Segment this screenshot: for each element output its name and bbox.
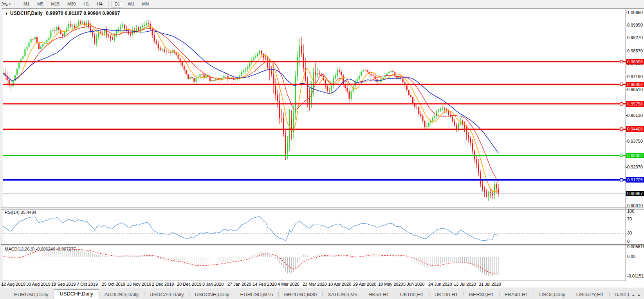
ma-slow-line <box>3 29 498 153</box>
timeframe-button-m30[interactable]: M30 <box>64 1 79 7</box>
y-axis-tick: 0.95130 <box>627 113 643 118</box>
chart-tab-dj30-daily[interactable]: DJ30,Daily <box>609 290 630 299</box>
chart-tab-gbpusd-m30[interactable]: GBPUSD,M30 <box>278 290 322 299</box>
y-axis-tick: 0.98570 <box>627 48 643 53</box>
macd-panel[interactable] <box>3 245 626 281</box>
macd-histogram <box>3 248 498 276</box>
toolbar-separator <box>155 1 155 7</box>
chart-tab-uk100-h1[interactable]: UK100,H1 <box>429 290 464 299</box>
level-price-label: 0.94408 <box>626 126 644 132</box>
chart-tab-xauusd-m5[interactable]: XAUUSD,M5 <box>322 290 363 299</box>
level-price-label: 0.96803 <box>626 82 644 87</box>
time-axis-line <box>3 281 626 281</box>
x-axis-date: 13 Nov 2019 <box>127 282 151 286</box>
macd-signal-line <box>3 249 498 274</box>
chart-tabs: EURUSD,DailyUSDCHF,DailyAUDUSD,DailyUSDC… <box>0 289 630 299</box>
y-axis-tick: 0.97190 <box>627 74 643 79</box>
chart-tab-fra40-h1[interactable]: FRA40,H1 <box>499 290 534 299</box>
chart-tab-usoil-daily[interactable]: USOil,Daily <box>534 290 570 299</box>
level-price-label: 0.91705 <box>626 177 644 183</box>
y-axis-tick: 0.92370 <box>627 165 643 169</box>
chart-symbol-title: USDCHF,Daily <box>10 11 43 16</box>
timeframe-button-mn[interactable]: MN <box>139 1 152 7</box>
y-axis-tick: 0.93750 <box>627 139 643 143</box>
y-axis-tick: 1.00650 <box>627 10 643 15</box>
chart-tab-eurusd-m15[interactable]: EURUSD,M15 <box>235 290 279 299</box>
price-axis-line <box>626 9 626 281</box>
level-price-label: 0.98008 <box>626 59 644 64</box>
toolbar-separator <box>108 1 109 7</box>
x-axis-date: 24 Jun 2020 <box>428 282 452 286</box>
x-axis-date: 29 Apr 2020 <box>353 282 376 286</box>
timeframe-button-m5[interactable]: M5 <box>34 1 46 7</box>
level-handle-0.98008[interactable] <box>620 60 623 63</box>
macd-axis-tick: -0.011514 <box>627 274 644 278</box>
panel-splitter-rsi[interactable] <box>1 208 644 209</box>
chart-tab-ger30-h1[interactable]: GER30,H1 <box>464 290 499 299</box>
price-chart-panel[interactable] <box>3 10 626 208</box>
rsi-label: RSI(14) 35.4484 <box>5 210 36 215</box>
chart-tab-audusd-daily[interactable]: AUDUSD,Daily <box>99 290 144 299</box>
timeframe-button-h1[interactable]: H1 <box>80 1 92 7</box>
chart-tab-usdchf-daily[interactable]: USDCHF,Daily <box>54 289 99 299</box>
chart-ohlc-values: 0.90970 0.91107 0.90904 0.90967 <box>46 11 120 16</box>
tab-scroll-right-icon[interactable]: ► <box>638 294 641 297</box>
level-handle-0.96803[interactable] <box>620 83 623 86</box>
x-axis-date: 14 Feb 2020 <box>253 282 277 286</box>
y-axis-tick: 0.90310 <box>627 203 643 208</box>
current-price-label: 0.90967 <box>626 191 644 196</box>
x-axis-date: 5 Jun 2020 <box>403 282 424 286</box>
chart-tab-usdcnh-daily[interactable]: USDCNH,Daily <box>189 290 235 299</box>
level-handle-0.95758[interactable] <box>620 102 623 105</box>
y-axis-tick: 0.96510 <box>627 87 643 92</box>
ma-fast-line <box>3 24 498 192</box>
x-axis-date: 27 Jan 2020 <box>227 282 251 286</box>
x-axis-date: 25 Oct 2019 <box>102 282 125 286</box>
x-axis-date: 13 Jul 2020 <box>454 282 476 286</box>
macd-axis-tick: 0.00 <box>627 254 635 259</box>
timeframe-button-m15[interactable]: M15 <box>48 1 63 7</box>
tab-scroll-left-icon[interactable]: ◄ <box>631 294 635 297</box>
panel-splitter-macd[interactable] <box>1 244 644 246</box>
y-axis-tick: 0.99950 <box>627 23 643 27</box>
timeframe-button-d1[interactable]: D1 <box>112 1 123 7</box>
x-axis-date: 4 Mar 2020 <box>278 282 299 286</box>
rsi-axis-tick: 100 <box>627 209 634 213</box>
timeframe-button-m1[interactable]: M1 <box>20 1 32 7</box>
x-axis-date: 31 Jul 2020 <box>479 282 501 286</box>
x-axis-date: 12 Aug 2019 <box>1 282 25 286</box>
chart-tab-hk50-h1[interactable]: HK50,H1 <box>363 290 395 299</box>
level-price-label: 0.95758 <box>626 101 644 107</box>
level-handle-0.91705[interactable] <box>620 179 623 181</box>
chart-tools-dropdown-caret[interactable]: ▾ <box>9 2 11 6</box>
rsi-axis-tick: 70 <box>627 217 632 221</box>
level-price-label: 0.93004 <box>626 153 644 158</box>
x-axis-date: 23 Mar 2020 <box>303 282 327 286</box>
chart-tab-uk100-h1[interactable]: UK100,H1 <box>395 290 429 299</box>
x-axis-date: 7 Oct 2019 <box>77 282 98 286</box>
macd-label: MACD(12,26,9) -0.006249 -0.007277 <box>5 247 76 251</box>
timeframe-button-h4[interactable]: H4 <box>94 1 105 7</box>
chart-tools-cluster[interactable]: ▾ <box>0 1 12 7</box>
chart-tab-usdcad-daily[interactable]: USDCAD,Daily <box>144 290 189 299</box>
chart-indicator-icon[interactable] <box>1 1 8 7</box>
rsi-line <box>3 216 498 241</box>
x-axis-date: 20 Dec 2019 <box>177 282 201 286</box>
x-axis-date: 18 Sep 2019 <box>51 282 76 286</box>
rsi-axis-tick: 0 <box>627 239 630 243</box>
level-handle-0.93004[interactable] <box>620 154 623 157</box>
level-handle-0.94408[interactable] <box>620 128 623 131</box>
candles[interactable] <box>3 19 499 201</box>
rsi-axis-tick: 30 <box>627 231 632 235</box>
chart-collapse-icon[interactable]: ▼ <box>5 12 8 16</box>
chart-tab-usdjpy-h1[interactable]: USDJPY,H1 <box>571 290 609 299</box>
chart-title: ▼USDCHF,Daily0.90970 0.91107 0.90904 0.9… <box>5 11 120 16</box>
x-axis-date: 8 Jan 2020 <box>202 282 224 286</box>
x-axis-date: 30 Aug 2019 <box>26 282 51 286</box>
timeframe-button-w1[interactable]: W1 <box>125 1 138 7</box>
x-axis-date: 18 May 2020 <box>378 282 403 286</box>
rsi-panel[interactable] <box>3 209 626 244</box>
top-toolbar: ▾ M1M5M15M30H1H4D1W1MN <box>0 0 644 8</box>
chart-tab-eurusd-daily[interactable]: EURUSD,Daily <box>9 290 54 299</box>
chart-tab-bar: EURUSD,DailyUSDCHF,DailyAUDUSD,DailyUSDC… <box>0 288 644 299</box>
